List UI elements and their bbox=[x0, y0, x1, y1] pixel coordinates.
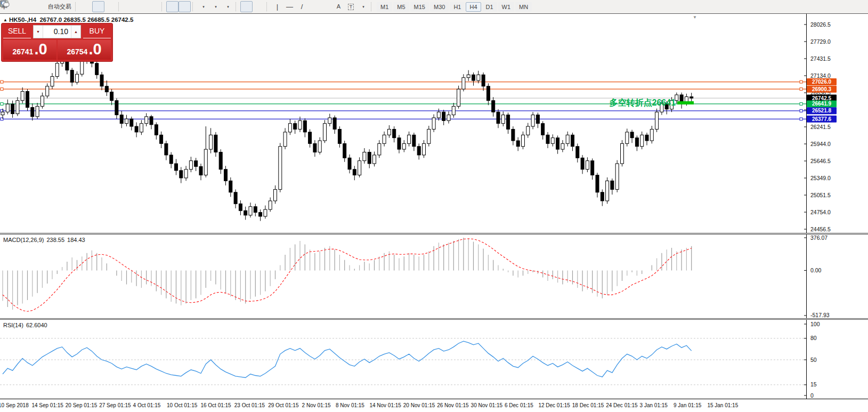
chat-button[interactable] bbox=[851, 1, 864, 12]
svg-text:25646.5: 25646.5 bbox=[810, 158, 831, 164]
x-axis-label: 27 Sep 01:15 bbox=[99, 402, 131, 408]
toolbar-separator bbox=[161, 2, 164, 11]
horizontal-line-button[interactable]: — bbox=[283, 1, 296, 12]
market-depth-button[interactable] bbox=[21, 1, 34, 12]
autotrading-label: 自动交易 bbox=[48, 3, 71, 11]
annotation-text[interactable]: 多空转折点26641 bbox=[610, 98, 676, 109]
main-chart-canvas[interactable]: 28026.527729.027431.527134.026836.526539… bbox=[0, 14, 868, 233]
svg-text:0.00: 0.00 bbox=[810, 267, 822, 273]
fibonacci-button[interactable]: F bbox=[320, 1, 332, 12]
time-axis[interactable]: 10 Sep 201814 Sep 01:1520 Sep 01:1527 Se… bbox=[0, 399, 868, 412]
timeframe-button-w1[interactable]: W1 bbox=[498, 2, 515, 12]
new-chart-button[interactable]: ▾ bbox=[197, 1, 209, 12]
timeframe-button-m5[interactable]: M5 bbox=[393, 2, 409, 12]
timeframe-button-m15[interactable]: M15 bbox=[410, 2, 429, 12]
macd-canvas[interactable]: 376.070.00-517.93 bbox=[0, 235, 868, 318]
templates-button[interactable]: ▾ bbox=[222, 1, 234, 12]
timeframe-button-m30[interactable]: M30 bbox=[430, 2, 449, 12]
line-chart-button[interactable] bbox=[104, 1, 117, 12]
svg-text:27026.0: 27026.0 bbox=[812, 79, 832, 85]
svg-text:80: 80 bbox=[810, 335, 817, 341]
svg-text:26241.5: 26241.5 bbox=[810, 124, 831, 130]
sell-price-dec: .0 bbox=[34, 40, 47, 58]
chart-shift-button[interactable] bbox=[179, 1, 191, 12]
pane-splitter[interactable] bbox=[0, 233, 868, 235]
svg-text:26742.5: 26742.5 bbox=[812, 95, 832, 101]
sell-price-tile[interactable]: 26741 .0 bbox=[3, 40, 56, 60]
order-ticket-button[interactable] bbox=[9, 1, 21, 12]
svg-text:25051.5: 25051.5 bbox=[810, 192, 831, 198]
rsi-name: RSI(14) bbox=[3, 322, 23, 328]
svg-text:27431.5: 27431.5 bbox=[810, 55, 831, 62]
volume-input[interactable]: 0.10 bbox=[43, 26, 71, 38]
timeframe-button-m1[interactable]: M1 bbox=[377, 2, 392, 12]
candlestick-chart-button[interactable] bbox=[92, 1, 104, 12]
crosshair-button[interactable] bbox=[253, 1, 265, 12]
vertical-line-button[interactable]: | bbox=[271, 1, 283, 12]
toolbar: 单 自动交易 ▾ ▾ bbox=[0, 0, 868, 14]
macd-pane[interactable]: 376.070.00-517.93 MACD(12,26,9)238.55184… bbox=[0, 235, 868, 318]
periods-button[interactable]: ▾ bbox=[209, 1, 222, 12]
svg-text:26377.6: 26377.6 bbox=[812, 116, 832, 122]
svg-text:28026.5: 28026.5 bbox=[810, 21, 831, 28]
equidistant-channel-button[interactable]: E bbox=[308, 1, 320, 12]
x-axis-label: 8 Nov 01:15 bbox=[336, 402, 364, 408]
rsi-canvas[interactable]: 1008050150 bbox=[0, 320, 868, 399]
x-axis-label: 2 Nov 01:15 bbox=[302, 402, 331, 408]
tile-windows-button[interactable] bbox=[148, 1, 160, 12]
svg-text:27134.0: 27134.0 bbox=[810, 72, 831, 79]
text-button[interactable]: A bbox=[332, 1, 345, 12]
trendline-button[interactable]: / bbox=[296, 1, 308, 12]
svg-text:50: 50 bbox=[810, 357, 817, 363]
svg-text:-517.93: -517.93 bbox=[810, 312, 830, 318]
arrows-button[interactable]: ▾ bbox=[357, 1, 369, 12]
buy-price-tile[interactable]: 26754 .0 bbox=[58, 40, 111, 60]
timeframe-button-d1[interactable]: D1 bbox=[482, 2, 497, 12]
x-axis-label: 6 Dec 01:15 bbox=[505, 402, 533, 408]
search-button[interactable] bbox=[835, 1, 847, 12]
buy-button[interactable]: BUY bbox=[83, 25, 111, 38]
toolbar-separator bbox=[371, 2, 374, 11]
x-axis-label: 29 Oct 01:15 bbox=[268, 402, 298, 408]
svg-text:26641.9: 26641.9 bbox=[812, 101, 832, 107]
chevron-down-icon: ▾ bbox=[362, 5, 364, 9]
zoom-out-button[interactable] bbox=[135, 1, 148, 12]
volume-decrease-button[interactable]: ▼ bbox=[34, 26, 43, 38]
timeframe-button-h1[interactable]: H1 bbox=[450, 2, 465, 12]
horizontal-line-icon: — bbox=[286, 3, 293, 10]
x-axis-label: 10 Oct 01:15 bbox=[167, 402, 197, 408]
chat-icon bbox=[0, 0, 10, 7]
collapse-triangle-icon[interactable]: ▲ bbox=[3, 18, 7, 22]
toolbar-separator bbox=[118, 2, 121, 11]
ohlc-values: 26767.0 26835.5 26685.5 26742.5 bbox=[39, 17, 133, 23]
bar-chart-button[interactable] bbox=[80, 1, 92, 12]
auto-scroll-button[interactable] bbox=[166, 1, 179, 12]
toolbar-separator bbox=[75, 2, 78, 11]
autotrading-button[interactable]: 自动交易 bbox=[46, 1, 74, 12]
toolbar-separator bbox=[192, 2, 195, 11]
vertical-line-icon: | bbox=[277, 3, 278, 10]
timeframe-button-h4[interactable]: H4 bbox=[466, 2, 481, 12]
volume-stepper: ▼ 0.10 ▲ bbox=[33, 25, 81, 38]
buy-price-dec: .0 bbox=[88, 40, 101, 58]
scroll-to-end-icon[interactable]: ▼ bbox=[693, 15, 697, 20]
zoom-in-button[interactable] bbox=[123, 1, 135, 12]
macd-name: MACD(12,26,9) bbox=[3, 237, 44, 243]
timeframe-button-mn[interactable]: MN bbox=[515, 2, 532, 12]
toolbar-separator bbox=[236, 2, 238, 11]
svg-text:0: 0 bbox=[810, 392, 814, 399]
signals-button[interactable] bbox=[34, 1, 46, 12]
rsi-pane[interactable]: 1008050150 RSI(14)62.6040 bbox=[0, 320, 868, 399]
chevron-down-icon: ▾ bbox=[215, 5, 217, 9]
svg-text:15: 15 bbox=[810, 381, 817, 387]
text-label-button[interactable]: T bbox=[345, 1, 357, 12]
sell-button[interactable]: SELL bbox=[3, 25, 31, 38]
cursor-button[interactable] bbox=[240, 1, 253, 12]
svg-text:24754.0: 24754.0 bbox=[810, 209, 831, 215]
main-chart-pane[interactable]: 28026.527729.027431.527134.026836.526539… bbox=[0, 14, 868, 233]
pane-splitter[interactable] bbox=[0, 318, 868, 320]
x-axis-label: 12 Dec 01:15 bbox=[538, 402, 570, 408]
trendline-icon: / bbox=[301, 3, 303, 10]
x-axis-label: 24 Dec 01:15 bbox=[606, 402, 638, 408]
volume-increase-button[interactable]: ▲ bbox=[71, 26, 80, 38]
